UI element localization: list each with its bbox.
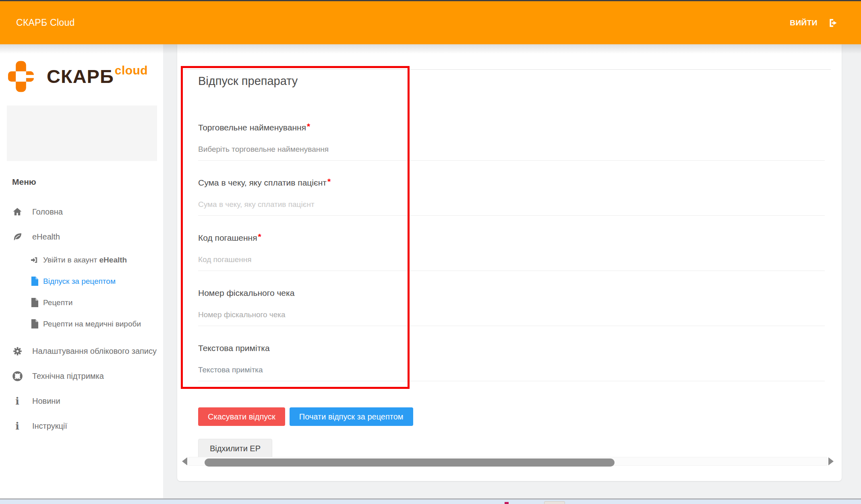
required-asterisk: * — [258, 232, 261, 241]
sign-in-icon — [29, 256, 39, 264]
form-fields: Торговельне найменування* Виберіть торго… — [198, 123, 825, 381]
field-label: Номер фіскального чека — [198, 288, 825, 299]
sidebar-menu: Головна eHealth Увійти в акаунт eHealth … — [0, 199, 163, 438]
sidebar-item-instructions[interactable]: i Інструкції — [0, 413, 163, 438]
field-trade-name: Торговельне найменування* Виберіть торго… — [198, 123, 825, 161]
logout-label: ВИЙТИ — [790, 19, 818, 27]
file-icon — [29, 319, 39, 328]
required-asterisk: * — [327, 177, 331, 186]
logo-wordmark: СКАРБ — [47, 60, 114, 93]
scrollbar-thumb[interactable] — [205, 459, 615, 467]
life-ring-icon — [12, 371, 23, 381]
sidebar-item-tech-support[interactable]: Технічна підтримка — [0, 364, 163, 388]
sidebar-item-account-settings[interactable]: Налаштування облікового запису — [0, 339, 163, 364]
form-title: Відпуск препарату — [198, 74, 831, 88]
cancel-dispense-button[interactable]: Скасувати відпуск — [198, 407, 285, 426]
field-label: Код погашення* — [198, 233, 825, 244]
main-content-card: Відпуск препарату Торговельне найменуван… — [177, 44, 842, 481]
sidebar-item-news[interactable]: i Новини — [0, 388, 163, 413]
window-top-edge — [0, 0, 861, 1]
logo-cloud-suffix: cloud — [115, 64, 148, 77]
background-window-sliver — [544, 501, 565, 504]
field-text-note: Текстова примітка Текстова примітка — [198, 343, 825, 381]
sidebar-item-ehealth-login[interactable]: Увійти в акаунт eHealth — [0, 249, 163, 271]
home-icon — [12, 207, 23, 217]
logout-icon — [828, 18, 838, 28]
trade-name-select[interactable]: Виберіть торговельне найменування — [198, 145, 825, 155]
logout-button[interactable]: ВИЙТИ — [790, 18, 838, 28]
amount-paid-input[interactable]: Сума в чеку, яку сплатив пацієнт — [198, 200, 825, 210]
field-redemption-code: Код погашення* Код погашення — [198, 233, 825, 271]
sidebar: СКАРБ cloud Меню Головна eHealth — [0, 44, 163, 498]
field-label: Сума в чеку, яку сплатив пацієнт* — [198, 178, 825, 188]
logo: СКАРБ cloud — [8, 60, 148, 94]
scroll-left-arrow-icon[interactable] — [182, 457, 187, 465]
field-label: Торговельне найменування* — [198, 123, 825, 133]
sidebar-item-ehealth[interactable]: eHealth — [0, 224, 163, 249]
scroll-right-arrow-icon[interactable] — [828, 457, 834, 465]
form-actions: Скасувати відпуск Почати відпуск за реце… — [198, 407, 413, 426]
sidebar-item-medical-device-prescriptions[interactable]: Рецепти на медичні вироби — [0, 313, 163, 335]
start-dispense-button[interactable]: Почати відпуск за рецептом — [290, 407, 413, 426]
skarb-logo-icon — [8, 60, 34, 94]
info-icon: i — [12, 421, 23, 431]
file-icon — [29, 298, 39, 307]
horizontal-scrollbar[interactable] — [182, 456, 834, 467]
field-fiscal-receipt-number: Номер фіскального чека Номер фіскального… — [198, 288, 825, 326]
menu-header: Меню — [12, 177, 36, 187]
sidebar-item-home[interactable]: Головна — [0, 199, 163, 224]
top-navbar: СКАРБ Cloud ВИЙТИ — [0, 1, 861, 44]
fiscal-receipt-number-input[interactable]: Номер фіскального чека — [198, 310, 825, 320]
leaf-icon — [12, 232, 23, 242]
app-title: СКАРБ Cloud — [16, 17, 75, 28]
scrollbar-track[interactable] — [188, 457, 827, 466]
reject-ep-button[interactable]: Відхилити ЕР — [198, 439, 272, 458]
redemption-code-input[interactable]: Код погашення — [198, 255, 825, 265]
sidebar-item-prescriptions[interactable]: Рецепти — [0, 292, 163, 313]
app-window: СКАРБ Cloud ВИЙТИ — [0, 0, 861, 504]
bottom-window-strip — [0, 498, 861, 504]
background-window-sliver — [505, 502, 509, 504]
dispense-form-panel: Відпуск препарату Торговельне найменуван… — [183, 69, 831, 381]
info-icon: i — [12, 396, 23, 406]
file-icon — [29, 277, 39, 286]
field-label: Текстова примітка — [198, 343, 825, 354]
required-asterisk: * — [307, 122, 310, 131]
field-amount-paid: Сума в чеку, яку сплатив пацієнт* Сума в… — [198, 178, 825, 216]
text-note-input[interactable]: Текстова примітка — [198, 366, 825, 375]
sidebar-item-dispense-by-prescription[interactable]: Відпуск за рецептом — [0, 271, 163, 292]
user-info-placeholder — [7, 105, 157, 161]
gear-icon — [12, 346, 23, 356]
